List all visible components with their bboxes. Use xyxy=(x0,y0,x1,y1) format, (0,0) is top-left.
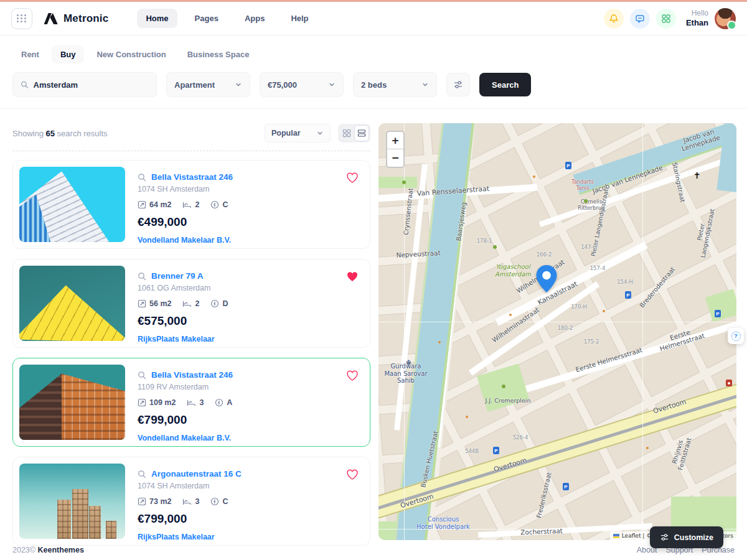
parking-icon: P xyxy=(563,483,569,490)
favorite-button-active[interactable] xyxy=(346,271,359,284)
energy-spec: C xyxy=(210,200,228,209)
search-icon xyxy=(138,272,146,281)
user-avatar[interactable] xyxy=(715,8,736,29)
map-pin-icon xyxy=(536,265,557,292)
parking-icon: P xyxy=(625,291,631,299)
tab-new-construction[interactable]: New Construction xyxy=(88,45,174,63)
list-view-button[interactable] xyxy=(354,125,369,141)
tree-icon xyxy=(493,245,497,249)
area-icon xyxy=(138,299,146,308)
area-icon xyxy=(138,200,146,209)
messages-button[interactable] xyxy=(630,9,650,29)
map-location-marker[interactable] xyxy=(536,265,557,295)
energy-icon xyxy=(215,398,223,407)
property-card-selected[interactable]: Bella Vistastraat 246 1109 RV Amsterdam … xyxy=(12,358,370,447)
help-icon: ? xyxy=(731,332,741,341)
greeting-name: Ethan xyxy=(686,18,708,28)
filter-section: Rent Buy New Construction Business Space… xyxy=(0,35,747,109)
nav-home[interactable]: Home xyxy=(137,9,177,28)
flag-icon xyxy=(613,534,619,538)
bed-icon xyxy=(187,398,196,407)
grid-view-icon xyxy=(342,129,351,138)
property-title-link[interactable]: Bella Vistastraat 246 xyxy=(151,172,233,182)
dot-icon xyxy=(509,314,512,316)
notifications-button[interactable] xyxy=(604,9,624,29)
apps-grid-button[interactable] xyxy=(11,8,32,29)
grid-icon xyxy=(661,14,671,24)
grid-view-button[interactable] xyxy=(339,125,354,141)
agency-link[interactable]: RijksPlaats Makelaar xyxy=(138,335,364,343)
bed-icon xyxy=(182,200,192,209)
help-floating-button[interactable]: ? xyxy=(728,328,744,344)
nav-pages[interactable]: Pages xyxy=(186,9,227,28)
map-label: 526-4 xyxy=(513,435,529,441)
energy-spec: A xyxy=(215,398,232,407)
property-price: €575,000 xyxy=(138,314,364,328)
map-label: 154-H xyxy=(617,279,633,286)
property-address: 1061 OG Amsterdam xyxy=(138,284,364,292)
beds-spec: 2 xyxy=(182,200,199,209)
energy-spec: D xyxy=(210,299,228,308)
sort-select[interactable]: Popular xyxy=(265,124,331,142)
map-canvas[interactable]: + − Leaflet | © OpenStreetMap contributo… xyxy=(378,123,736,540)
price-select[interactable]: €75,000 xyxy=(260,72,344,97)
beds-select[interactable]: 2 beds xyxy=(353,72,437,97)
khanda-icon: ☬ xyxy=(406,358,411,367)
area-icon xyxy=(138,398,146,407)
property-type-select[interactable]: Apartment xyxy=(166,72,250,97)
favorite-button[interactable] xyxy=(346,172,359,185)
zoom-out-button[interactable]: − xyxy=(387,149,403,167)
map-label: J.J. Cremerplein xyxy=(485,398,530,404)
property-card[interactable]: Brenner 79 A 1061 OG Amsterdam 56 m2 2 D… xyxy=(12,259,370,348)
tab-buy[interactable]: Buy xyxy=(52,45,85,63)
beds-spec: 3 xyxy=(187,398,204,407)
location-search-input[interactable] xyxy=(34,80,149,90)
apps-grid-icon xyxy=(17,14,27,22)
tab-rent[interactable]: Rent xyxy=(12,45,48,63)
nav-help[interactable]: Help xyxy=(282,9,317,28)
area-spec: 73 m2 xyxy=(138,497,171,506)
zoom-in-button[interactable]: + xyxy=(387,132,403,149)
favorite-button[interactable] xyxy=(346,370,359,383)
property-card[interactable]: Argonautenstraat 16 C 1074 SH Amsterdam … xyxy=(12,457,370,546)
dot-icon xyxy=(466,416,468,418)
location-search-field[interactable] xyxy=(12,72,157,97)
map-label: Conscious Hotel Vondelpark xyxy=(416,516,470,530)
heart-filled-icon xyxy=(346,271,359,282)
property-address: 1109 RV Amsterdam xyxy=(138,383,364,391)
map-label: 166-2 xyxy=(537,252,552,258)
chat-icon xyxy=(635,14,645,24)
energy-spec: C xyxy=(210,497,228,506)
agency-link[interactable]: Vondelland Makelaar B.V. xyxy=(138,236,364,245)
map-label: 157-4 xyxy=(590,266,606,272)
beds-value: 2 beds xyxy=(361,80,387,90)
listing-type-tabs: Rent Buy New Construction Business Space xyxy=(12,45,735,63)
property-title-link[interactable]: Argonautenstraat 16 C xyxy=(151,469,242,478)
map-label: 147-H xyxy=(581,245,597,251)
brand-logo[interactable]: Metronic xyxy=(42,11,108,27)
agency-link[interactable]: Vondelland Makelaar B.V. xyxy=(138,434,364,442)
customize-button[interactable]: Customize xyxy=(650,526,723,548)
dot-icon xyxy=(533,175,535,178)
property-card[interactable]: Bella Vistastraat 246 1074 SH Amsterdam … xyxy=(12,160,370,249)
parking-icon: P xyxy=(565,162,571,169)
favorite-button[interactable] xyxy=(346,469,359,482)
map-panel: + − Leaflet | © OpenStreetMap contributo… xyxy=(378,123,736,540)
quick-apps-button[interactable] xyxy=(656,9,676,29)
property-type-value: Apartment xyxy=(174,80,215,90)
parking-icon: P xyxy=(715,310,721,317)
property-title-link[interactable]: Brenner 79 A xyxy=(151,271,204,281)
property-photo xyxy=(19,365,125,440)
property-address: 1074 SH Amsterdam xyxy=(138,482,364,490)
dot-icon xyxy=(603,310,605,312)
view-toggle xyxy=(338,124,370,142)
property-title-link[interactable]: Bella Vistastraat 246 xyxy=(151,370,233,380)
search-icon xyxy=(138,371,146,380)
nav-apps[interactable]: Apps xyxy=(236,9,274,28)
search-button[interactable]: Search xyxy=(479,73,531,96)
advanced-filters-button[interactable] xyxy=(446,73,470,96)
map-label: 178-1 xyxy=(477,238,492,245)
map-label: Zocherstraat xyxy=(520,527,563,536)
tab-business-space[interactable]: Business Space xyxy=(179,45,258,63)
dot-icon xyxy=(646,447,649,449)
